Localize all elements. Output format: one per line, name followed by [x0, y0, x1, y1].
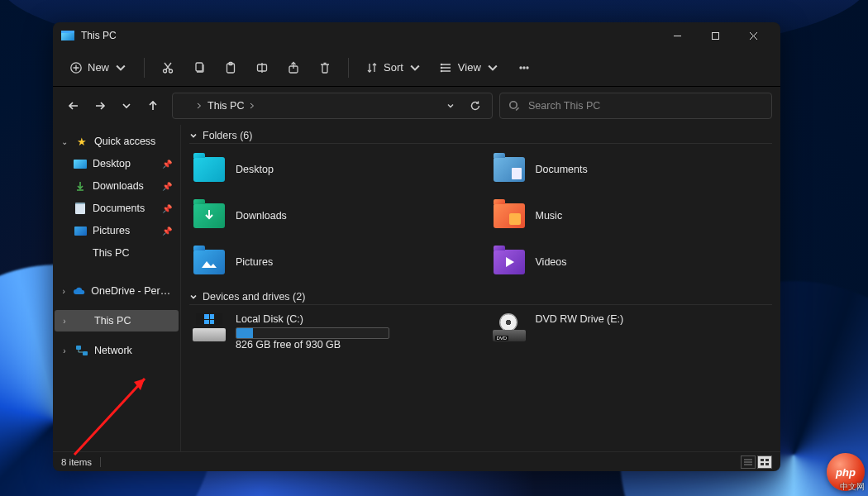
rename-button[interactable] — [249, 56, 275, 79]
pin-icon: 📌 — [162, 227, 172, 236]
folder-videos[interactable]: Videos — [489, 241, 773, 283]
desktop-icon — [73, 157, 88, 170]
svg-marker-34 — [506, 257, 514, 267]
search-box[interactable]: Search This PC — [499, 93, 772, 119]
svg-rect-11 — [196, 63, 203, 71]
disk-icon — [193, 313, 226, 341]
chevron-down-icon — [408, 61, 422, 74]
sidebar-label: OneDrive - Personal — [91, 285, 172, 297]
folder-label: Downloads — [236, 210, 287, 222]
copy-button[interactable] — [186, 56, 212, 79]
drive-free-text: 826 GB free of 930 GB — [236, 339, 470, 351]
sidebar-item-downloads[interactable]: Downloads 📌 — [55, 175, 179, 197]
sort-button[interactable]: Sort — [359, 56, 428, 79]
cloud-icon — [73, 284, 86, 298]
dvd-icon: DVD — [493, 313, 526, 341]
group-header-drives[interactable]: Devices and drives (2) — [189, 289, 772, 305]
chevron-down-icon — [114, 61, 127, 74]
documents-icon — [73, 202, 88, 215]
svg-point-27 — [510, 102, 517, 108]
folder-downloads[interactable]: Downloads — [189, 195, 473, 236]
rename-icon — [255, 61, 269, 74]
chevron-right-icon: › — [60, 317, 69, 326]
more-icon — [517, 61, 531, 74]
forward-button[interactable] — [88, 93, 112, 118]
chevron-right-icon: › — [60, 287, 68, 296]
thispc-icon — [61, 31, 74, 41]
folder-icon — [193, 203, 225, 228]
folder-pictures[interactable]: Pictures — [189, 241, 473, 283]
svg-rect-1 — [712, 32, 718, 39]
sidebar-thispc[interactable]: › This PC — [55, 310, 179, 331]
drive-local-c[interactable]: Local Disk (C:) 826 GB free of 930 GB — [189, 310, 473, 354]
minimize-button[interactable] — [658, 22, 696, 49]
up-button[interactable] — [141, 93, 165, 118]
svg-point-23 — [441, 70, 441, 71]
sidebar-item-label: Documents — [93, 203, 145, 214]
folder-icon — [494, 157, 525, 182]
sidebar-item-documents[interactable]: Documents 📌 — [55, 198, 179, 219]
search-icon — [508, 100, 520, 112]
watermark: php 中文网 — [827, 453, 865, 491]
tiles-view-button[interactable] — [757, 455, 772, 469]
chevron-down-icon — [189, 131, 198, 140]
sidebar-item-label: Downloads — [93, 180, 144, 192]
drive-dvd-e[interactable]: DVD DVD RW Drive (E:) — [489, 310, 773, 354]
address-history-button[interactable] — [439, 94, 462, 117]
sort-label: Sort — [384, 61, 403, 74]
folder-desktop[interactable]: Desktop — [189, 149, 473, 190]
folder-icon — [193, 157, 225, 182]
svg-rect-41 — [765, 463, 769, 465]
sidebar: ⌄ ★ Quick access Desktop 📌 Downloads 📌 D… — [53, 125, 180, 451]
sidebar-item-label: Desktop — [93, 158, 131, 169]
svg-marker-33 — [202, 261, 217, 268]
network-icon — [74, 344, 89, 357]
address-bar[interactable]: This PC — [172, 93, 493, 119]
pin-icon: 📌 — [162, 182, 172, 191]
folder-label: Music — [536, 210, 563, 222]
view-button[interactable]: View — [433, 56, 506, 79]
new-label: New — [88, 61, 109, 74]
close-button[interactable] — [734, 22, 772, 49]
paste-button[interactable] — [217, 56, 244, 79]
group-header-folders[interactable]: Folders (6) — [189, 128, 772, 144]
sidebar-item-pictures[interactable]: Pictures 📌 — [55, 220, 179, 241]
recent-button[interactable] — [114, 93, 139, 118]
paste-icon — [224, 61, 237, 74]
sidebar-item-label: Pictures — [93, 225, 130, 236]
folder-documents[interactable]: Documents — [489, 149, 773, 190]
new-button[interactable]: New — [63, 56, 134, 79]
more-button[interactable] — [511, 56, 537, 79]
details-view-button[interactable] — [741, 455, 756, 469]
sidebar-quick-access[interactable]: ⌄ ★ Quick access — [55, 131, 179, 152]
refresh-button[interactable] — [464, 94, 487, 117]
view-icon — [440, 61, 453, 74]
maximize-button[interactable] — [696, 22, 734, 49]
sidebar-onedrive[interactable]: › OneDrive - Personal — [55, 280, 179, 302]
sort-icon — [365, 61, 379, 74]
sidebar-label: Network — [94, 345, 132, 356]
status-bar: 8 items — [53, 451, 780, 471]
svg-point-22 — [441, 67, 441, 68]
svg-point-24 — [520, 67, 522, 69]
sidebar-item-thispc-quick[interactable]: This PC — [55, 242, 179, 264]
thispc-icon — [73, 246, 88, 260]
svg-point-25 — [523, 67, 525, 69]
drive-label: Local Disk (C:) — [236, 313, 470, 325]
back-button[interactable] — [61, 93, 86, 118]
folder-icon — [494, 250, 525, 274]
pictures-icon — [73, 224, 88, 237]
share-button[interactable] — [280, 56, 307, 79]
delete-button[interactable] — [312, 56, 338, 79]
svg-line-28 — [516, 107, 518, 110]
sidebar-network[interactable]: › Network — [55, 340, 179, 361]
sidebar-label: Quick access — [94, 136, 155, 147]
folder-label: Desktop — [236, 164, 274, 175]
folder-music[interactable]: Music — [489, 195, 773, 236]
share-icon — [287, 61, 300, 74]
window-title: This PC — [81, 30, 117, 41]
folder-label: Documents — [536, 164, 588, 175]
sidebar-item-desktop[interactable]: Desktop 📌 — [55, 153, 179, 174]
titlebar[interactable]: This PC — [53, 22, 780, 49]
cut-button[interactable] — [155, 56, 181, 79]
